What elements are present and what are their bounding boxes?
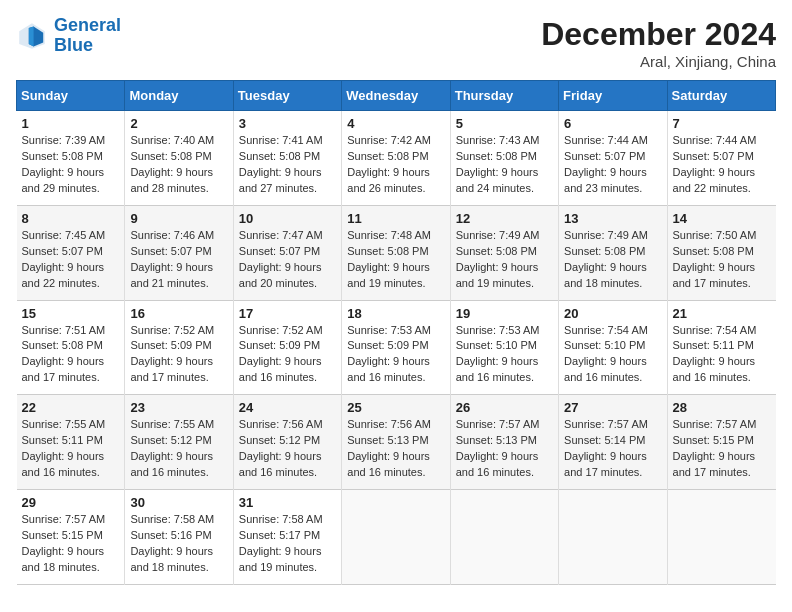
day-header-saturday: Saturday [667,81,775,111]
calendar-header: SundayMondayTuesdayWednesdayThursdayFrid… [17,81,776,111]
svg-marker-2 [29,26,34,46]
cell-content: Sunrise: 7:54 AMSunset: 5:10 PMDaylight:… [564,323,661,387]
calendar-cell: 28Sunrise: 7:57 AMSunset: 5:15 PMDayligh… [667,395,775,490]
week-row-4: 22Sunrise: 7:55 AMSunset: 5:11 PMDayligh… [17,395,776,490]
month-title: December 2024 [541,16,776,53]
calendar-cell: 7Sunrise: 7:44 AMSunset: 5:07 PMDaylight… [667,111,775,206]
day-number: 15 [22,306,120,321]
cell-content: Sunrise: 7:55 AMSunset: 5:12 PMDaylight:… [130,417,227,481]
day-number: 11 [347,211,444,226]
cell-content: Sunrise: 7:40 AMSunset: 5:08 PMDaylight:… [130,133,227,197]
day-number: 9 [130,211,227,226]
logo-line2: Blue [54,35,93,55]
day-header-sunday: Sunday [17,81,125,111]
calendar-cell: 13Sunrise: 7:49 AMSunset: 5:08 PMDayligh… [559,205,667,300]
week-row-5: 29Sunrise: 7:57 AMSunset: 5:15 PMDayligh… [17,490,776,585]
day-number: 25 [347,400,444,415]
cell-content: Sunrise: 7:44 AMSunset: 5:07 PMDaylight:… [673,133,771,197]
cell-content: Sunrise: 7:52 AMSunset: 5:09 PMDaylight:… [130,323,227,387]
location-subtitle: Aral, Xinjiang, China [541,53,776,70]
calendar-cell: 23Sunrise: 7:55 AMSunset: 5:12 PMDayligh… [125,395,233,490]
day-number: 8 [22,211,120,226]
calendar-cell: 31Sunrise: 7:58 AMSunset: 5:17 PMDayligh… [233,490,341,585]
calendar-cell [667,490,775,585]
logo: General Blue [16,16,121,56]
day-number: 16 [130,306,227,321]
calendar-cell: 22Sunrise: 7:55 AMSunset: 5:11 PMDayligh… [17,395,125,490]
calendar-cell [342,490,450,585]
calendar-body: 1Sunrise: 7:39 AMSunset: 5:08 PMDaylight… [17,111,776,585]
logo-line1: General [54,15,121,35]
page-header: General Blue December 2024 Aral, Xinjian… [16,16,776,70]
cell-content: Sunrise: 7:44 AMSunset: 5:07 PMDaylight:… [564,133,661,197]
calendar-cell: 11Sunrise: 7:48 AMSunset: 5:08 PMDayligh… [342,205,450,300]
calendar-cell: 21Sunrise: 7:54 AMSunset: 5:11 PMDayligh… [667,300,775,395]
calendar-cell: 26Sunrise: 7:57 AMSunset: 5:13 PMDayligh… [450,395,558,490]
cell-content: Sunrise: 7:57 AMSunset: 5:13 PMDaylight:… [456,417,553,481]
day-number: 21 [673,306,771,321]
calendar-cell: 9Sunrise: 7:46 AMSunset: 5:07 PMDaylight… [125,205,233,300]
calendar-cell: 29Sunrise: 7:57 AMSunset: 5:15 PMDayligh… [17,490,125,585]
cell-content: Sunrise: 7:46 AMSunset: 5:07 PMDaylight:… [130,228,227,292]
day-number: 3 [239,116,336,131]
calendar-cell: 4Sunrise: 7:42 AMSunset: 5:08 PMDaylight… [342,111,450,206]
cell-content: Sunrise: 7:50 AMSunset: 5:08 PMDaylight:… [673,228,771,292]
cell-content: Sunrise: 7:57 AMSunset: 5:15 PMDaylight:… [22,512,120,576]
day-number: 27 [564,400,661,415]
logo-text: General Blue [54,16,121,56]
calendar-cell: 15Sunrise: 7:51 AMSunset: 5:08 PMDayligh… [17,300,125,395]
day-number: 24 [239,400,336,415]
cell-content: Sunrise: 7:42 AMSunset: 5:08 PMDaylight:… [347,133,444,197]
day-number: 20 [564,306,661,321]
cell-content: Sunrise: 7:47 AMSunset: 5:07 PMDaylight:… [239,228,336,292]
cell-content: Sunrise: 7:58 AMSunset: 5:16 PMDaylight:… [130,512,227,576]
day-number: 7 [673,116,771,131]
week-row-3: 15Sunrise: 7:51 AMSunset: 5:08 PMDayligh… [17,300,776,395]
calendar-cell: 24Sunrise: 7:56 AMSunset: 5:12 PMDayligh… [233,395,341,490]
day-number: 29 [22,495,120,510]
day-header-wednesday: Wednesday [342,81,450,111]
calendar-cell: 5Sunrise: 7:43 AMSunset: 5:08 PMDaylight… [450,111,558,206]
calendar-cell: 2Sunrise: 7:40 AMSunset: 5:08 PMDaylight… [125,111,233,206]
cell-content: Sunrise: 7:49 AMSunset: 5:08 PMDaylight:… [564,228,661,292]
cell-content: Sunrise: 7:56 AMSunset: 5:13 PMDaylight:… [347,417,444,481]
day-number: 6 [564,116,661,131]
calendar-cell: 20Sunrise: 7:54 AMSunset: 5:10 PMDayligh… [559,300,667,395]
logo-icon [16,20,48,52]
calendar-cell: 27Sunrise: 7:57 AMSunset: 5:14 PMDayligh… [559,395,667,490]
calendar-table: SundayMondayTuesdayWednesdayThursdayFrid… [16,80,776,585]
cell-content: Sunrise: 7:52 AMSunset: 5:09 PMDaylight:… [239,323,336,387]
day-number: 12 [456,211,553,226]
day-number: 30 [130,495,227,510]
calendar-cell: 10Sunrise: 7:47 AMSunset: 5:07 PMDayligh… [233,205,341,300]
calendar-cell: 6Sunrise: 7:44 AMSunset: 5:07 PMDaylight… [559,111,667,206]
calendar-cell [559,490,667,585]
day-number: 26 [456,400,553,415]
cell-content: Sunrise: 7:57 AMSunset: 5:15 PMDaylight:… [673,417,771,481]
day-number: 19 [456,306,553,321]
calendar-cell: 1Sunrise: 7:39 AMSunset: 5:08 PMDaylight… [17,111,125,206]
day-number: 14 [673,211,771,226]
calendar-cell: 19Sunrise: 7:53 AMSunset: 5:10 PMDayligh… [450,300,558,395]
day-number: 13 [564,211,661,226]
calendar-cell: 3Sunrise: 7:41 AMSunset: 5:08 PMDaylight… [233,111,341,206]
day-number: 17 [239,306,336,321]
day-number: 23 [130,400,227,415]
cell-content: Sunrise: 7:48 AMSunset: 5:08 PMDaylight:… [347,228,444,292]
cell-content: Sunrise: 7:39 AMSunset: 5:08 PMDaylight:… [22,133,120,197]
calendar-cell: 14Sunrise: 7:50 AMSunset: 5:08 PMDayligh… [667,205,775,300]
day-number: 2 [130,116,227,131]
calendar-cell: 30Sunrise: 7:58 AMSunset: 5:16 PMDayligh… [125,490,233,585]
cell-content: Sunrise: 7:55 AMSunset: 5:11 PMDaylight:… [22,417,120,481]
day-number: 4 [347,116,444,131]
day-header-tuesday: Tuesday [233,81,341,111]
cell-content: Sunrise: 7:53 AMSunset: 5:10 PMDaylight:… [456,323,553,387]
cell-content: Sunrise: 7:54 AMSunset: 5:11 PMDaylight:… [673,323,771,387]
cell-content: Sunrise: 7:53 AMSunset: 5:09 PMDaylight:… [347,323,444,387]
week-row-2: 8Sunrise: 7:45 AMSunset: 5:07 PMDaylight… [17,205,776,300]
calendar-cell: 8Sunrise: 7:45 AMSunset: 5:07 PMDaylight… [17,205,125,300]
cell-content: Sunrise: 7:58 AMSunset: 5:17 PMDaylight:… [239,512,336,576]
day-number: 18 [347,306,444,321]
day-number: 22 [22,400,120,415]
day-header-row: SundayMondayTuesdayWednesdayThursdayFrid… [17,81,776,111]
